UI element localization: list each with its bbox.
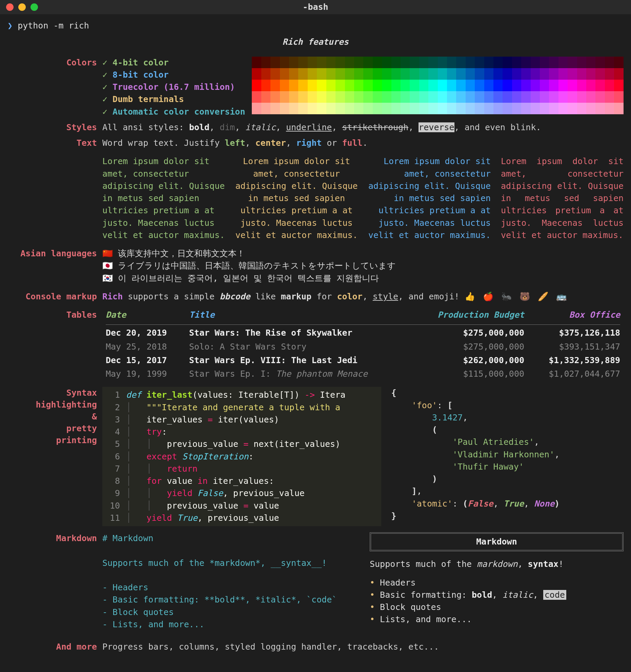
console-row: Console markup Rich supports a simple bb… xyxy=(7,291,624,303)
markdown-title-box: Markdown xyxy=(370,532,624,551)
features-heading: Rich features xyxy=(7,36,624,48)
more-label: And more xyxy=(7,641,102,653)
asian-jp: 🇯🇵 ライブラリは中国語、日本語、韓国語のテキストをサポートしています xyxy=(102,260,624,272)
lorem-full: Lorem ipsum dolor sit amet, consectetur … xyxy=(501,155,624,241)
markdown-rendered: Markdown Supports much of the markdown, … xyxy=(370,532,624,631)
code-pane: 1def iter_last(values: Iterable[T]) -> I… xyxy=(102,387,381,526)
colors-label: Colors xyxy=(7,57,102,118)
prompt-command: python -m rich xyxy=(18,21,89,31)
syntax-row: Syntax highlighting & pretty printing 1d… xyxy=(7,387,624,526)
window-titlebar: -bash xyxy=(0,0,631,14)
table-row: Dec 15, 2017Star Wars Ep. VIII: The Last… xyxy=(102,354,624,367)
colors-row: Colors ✓ 4-bit color ✓ 8-bit color ✓ Tru… xyxy=(7,57,624,118)
table-row: Dec 20, 2019Star Wars: The Rise of Skywa… xyxy=(102,326,624,340)
flag-icon-japan: 🇯🇵 xyxy=(102,261,113,271)
text-label: Text xyxy=(7,137,102,149)
justify-intro: Word wrap text. Justify left, center, ri… xyxy=(102,137,624,149)
asian-row: Asian languages 🇨🇳 该库支持中文，日文和韩文文本！ 🇯🇵 ライ… xyxy=(7,248,624,284)
tables-label: Tables xyxy=(7,309,102,381)
data-table: Date Title Production Budget Box Office … xyxy=(102,309,624,381)
more-row: And more Progress bars, columns, styled … xyxy=(7,641,624,653)
table-row: May 25, 2018Solo: A Star Wars Story$275,… xyxy=(102,340,624,354)
emoji-sequence: 👍 🍎 🐜 🐻 🥖 🚌 xyxy=(465,292,568,301)
th-date: Date xyxy=(102,309,186,323)
asian-kr: 🇰🇷 이 라이브러리는 중국어, 일본어 및 한국어 텍스트를 지원합니다 xyxy=(102,272,624,284)
table-row: May 19, 1999Star Wars Ep. I: The phantom… xyxy=(102,367,624,381)
styles-row: Styles All ansi styles: bold, dim, itali… xyxy=(7,121,624,134)
asian-label: Asian languages xyxy=(7,248,102,284)
console-content: Rich supports a simple bbcode like marku… xyxy=(102,291,624,303)
prompt-char: ❯ xyxy=(7,21,13,31)
color-feature-list: ✓ 4-bit color ✓ 8-bit color ✓ Truecolor … xyxy=(102,57,245,118)
more-content: Progress bars, columns, styled logging h… xyxy=(102,641,624,653)
markdown-source: # Markdown Supports much of the *markdow… xyxy=(102,532,356,631)
lorem-row: Lorem ipsum dolor sit amet, consectetur … xyxy=(7,153,624,241)
th-title: Title xyxy=(186,309,413,323)
flag-icon-korea: 🇰🇷 xyxy=(102,273,113,283)
styles-label: Styles xyxy=(7,121,102,134)
console-label: Console markup xyxy=(7,291,102,303)
syntax-label: Syntax highlighting & pretty printing xyxy=(7,387,102,526)
markdown-label: Markdown xyxy=(7,532,102,631)
prompt-line: ❯ python -m rich xyxy=(7,20,624,32)
md-list: • Headers • Basic formatting: bold, ital… xyxy=(370,577,624,626)
th-budget: Production Budget xyxy=(413,309,528,323)
styles-content: All ansi styles: bold, dim, italic, unde… xyxy=(102,121,624,134)
lorem-left: Lorem ipsum dolor sit amet, consectetur … xyxy=(102,155,225,241)
flag-icon-china: 🇨🇳 xyxy=(102,249,113,258)
markdown-row: Markdown # Markdown Supports much of the… xyxy=(7,532,624,631)
lorem-center: Lorem ipsum dolor sit amet, consectetur … xyxy=(235,155,358,241)
color-spectrum xyxy=(252,57,624,114)
text-row: Text Word wrap text. Justify left, cente… xyxy=(7,137,624,149)
asian-zh: 🇨🇳 该库支持中文，日文和韩文文本！ xyxy=(102,248,624,260)
th-office: Box Office xyxy=(528,309,624,323)
lorem-right: Lorem ipsum dolor sit amet, consectetur … xyxy=(368,155,491,241)
window-title: -bash xyxy=(0,1,631,13)
tables-row: Tables Date Title Production Budget Box … xyxy=(7,309,624,381)
pretty-print-pane: { 'foo': [ 3.1427, ( 'Paul Atriedies', '… xyxy=(391,387,624,526)
terminal-output: ❯ python -m rich Rich features Colors ✓ … xyxy=(0,14,631,667)
